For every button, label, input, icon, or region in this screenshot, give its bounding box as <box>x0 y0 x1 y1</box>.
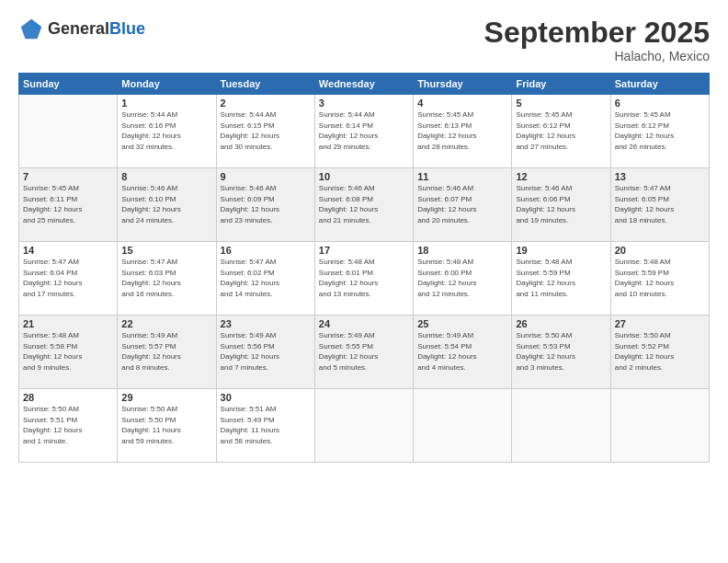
day-number: 10 <box>319 171 409 182</box>
day-cell: 10Sunrise: 5:46 AM Sunset: 6:08 PM Dayli… <box>314 168 413 242</box>
day-cell <box>19 95 118 168</box>
week-row-1: 1Sunrise: 5:44 AM Sunset: 6:16 PM Daylig… <box>19 95 710 168</box>
day-cell: 6Sunrise: 5:45 AM Sunset: 6:12 PM Daylig… <box>610 95 709 168</box>
week-row-3: 14Sunrise: 5:47 AM Sunset: 6:04 PM Dayli… <box>19 242 710 316</box>
header-cell-sunday: Sunday <box>19 74 118 95</box>
day-cell: 18Sunrise: 5:48 AM Sunset: 6:00 PM Dayli… <box>414 242 512 316</box>
day-number: 26 <box>516 318 606 329</box>
month-title: September 2025 <box>484 17 710 49</box>
title-block: September 2025 Halacho, Mexico <box>484 17 710 63</box>
day-info: Sunrise: 5:50 AM Sunset: 5:50 PM Dayligh… <box>121 404 211 446</box>
day-cell: 27Sunrise: 5:50 AM Sunset: 5:52 PM Dayli… <box>610 316 709 389</box>
week-row-4: 21Sunrise: 5:48 AM Sunset: 5:58 PM Dayli… <box>19 316 710 389</box>
day-number: 11 <box>417 171 507 182</box>
location: Halacho, Mexico <box>484 49 710 63</box>
header-row: SundayMondayTuesdayWednesdayThursdayFrid… <box>19 74 710 95</box>
day-cell: 29Sunrise: 5:50 AM Sunset: 5:50 PM Dayli… <box>118 389 216 463</box>
day-cell: 8Sunrise: 5:46 AM Sunset: 6:10 PM Daylig… <box>118 168 216 242</box>
week-row-5: 28Sunrise: 5:50 AM Sunset: 5:51 PM Dayli… <box>19 389 710 463</box>
day-cell: 12Sunrise: 5:46 AM Sunset: 6:06 PM Dayli… <box>512 168 610 242</box>
day-cell <box>414 389 512 463</box>
day-cell: 17Sunrise: 5:48 AM Sunset: 6:01 PM Dayli… <box>314 242 413 316</box>
day-cell: 4Sunrise: 5:45 AM Sunset: 6:13 PM Daylig… <box>414 95 512 168</box>
day-cell <box>512 389 610 463</box>
day-cell: 7Sunrise: 5:45 AM Sunset: 6:11 PM Daylig… <box>19 168 118 242</box>
day-cell: 1Sunrise: 5:44 AM Sunset: 6:16 PM Daylig… <box>118 95 216 168</box>
day-cell: 26Sunrise: 5:50 AM Sunset: 5:53 PM Dayli… <box>512 316 610 389</box>
day-number: 24 <box>319 318 409 329</box>
day-number: 29 <box>121 392 211 403</box>
day-cell: 2Sunrise: 5:44 AM Sunset: 6:15 PM Daylig… <box>216 95 314 168</box>
day-number: 12 <box>516 171 606 182</box>
day-number: 16 <box>221 245 311 256</box>
day-cell: 16Sunrise: 5:47 AM Sunset: 6:02 PM Dayli… <box>216 242 314 316</box>
day-number: 14 <box>23 245 113 256</box>
day-info: Sunrise: 5:46 AM Sunset: 6:06 PM Dayligh… <box>516 183 606 225</box>
header-cell-wednesday: Wednesday <box>314 74 413 95</box>
day-info: Sunrise: 5:47 AM Sunset: 6:03 PM Dayligh… <box>121 257 211 299</box>
day-info: Sunrise: 5:46 AM Sunset: 6:10 PM Dayligh… <box>121 183 211 225</box>
day-number: 15 <box>121 245 211 256</box>
day-number: 30 <box>221 392 311 403</box>
header-cell-monday: Monday <box>118 74 216 95</box>
day-cell: 14Sunrise: 5:47 AM Sunset: 6:04 PM Dayli… <box>19 242 118 316</box>
day-cell: 25Sunrise: 5:49 AM Sunset: 5:54 PM Dayli… <box>414 316 512 389</box>
day-info: Sunrise: 5:49 AM Sunset: 5:54 PM Dayligh… <box>417 330 507 373</box>
day-info: Sunrise: 5:44 AM Sunset: 6:15 PM Dayligh… <box>221 109 311 152</box>
day-info: Sunrise: 5:47 AM Sunset: 6:04 PM Dayligh… <box>23 257 113 299</box>
day-number: 7 <box>23 171 113 182</box>
day-number: 5 <box>516 98 606 109</box>
page-header: GeneralBlue September 2025 Halacho, Mexi… <box>18 17 710 63</box>
day-cell: 20Sunrise: 5:48 AM Sunset: 5:59 PM Dayli… <box>610 242 709 316</box>
day-number: 13 <box>615 171 705 182</box>
day-number: 22 <box>121 318 211 329</box>
header-cell-tuesday: Tuesday <box>216 74 314 95</box>
day-cell: 5Sunrise: 5:45 AM Sunset: 6:12 PM Daylig… <box>512 95 610 168</box>
day-info: Sunrise: 5:48 AM Sunset: 6:00 PM Dayligh… <box>417 257 507 299</box>
logo-icon <box>18 17 44 42</box>
day-info: Sunrise: 5:45 AM Sunset: 6:13 PM Dayligh… <box>417 109 507 152</box>
day-info: Sunrise: 5:46 AM Sunset: 6:09 PM Dayligh… <box>221 183 311 225</box>
header-cell-friday: Friday <box>512 74 610 95</box>
day-number: 18 <box>417 245 507 256</box>
week-row-2: 7Sunrise: 5:45 AM Sunset: 6:11 PM Daylig… <box>19 168 710 242</box>
header-cell-thursday: Thursday <box>414 74 512 95</box>
day-cell: 19Sunrise: 5:48 AM Sunset: 5:59 PM Dayli… <box>512 242 610 316</box>
day-number: 4 <box>417 98 507 109</box>
day-number: 25 <box>417 318 507 329</box>
day-info: Sunrise: 5:46 AM Sunset: 6:07 PM Dayligh… <box>417 183 507 225</box>
logo-general-text: General <box>48 20 109 39</box>
day-info: Sunrise: 5:50 AM Sunset: 5:51 PM Dayligh… <box>23 404 113 446</box>
day-cell <box>314 389 413 463</box>
day-cell: 13Sunrise: 5:47 AM Sunset: 6:05 PM Dayli… <box>610 168 709 242</box>
day-cell: 15Sunrise: 5:47 AM Sunset: 6:03 PM Dayli… <box>118 242 216 316</box>
day-number: 6 <box>615 98 705 109</box>
logo: GeneralBlue <box>18 17 145 42</box>
day-info: Sunrise: 5:44 AM Sunset: 6:16 PM Dayligh… <box>121 109 211 152</box>
day-info: Sunrise: 5:49 AM Sunset: 5:55 PM Dayligh… <box>319 330 409 373</box>
day-cell: 9Sunrise: 5:46 AM Sunset: 6:09 PM Daylig… <box>216 168 314 242</box>
day-number: 19 <box>516 245 606 256</box>
day-cell: 24Sunrise: 5:49 AM Sunset: 5:55 PM Dayli… <box>314 316 413 389</box>
day-cell: 22Sunrise: 5:49 AM Sunset: 5:57 PM Dayli… <box>118 316 216 389</box>
day-info: Sunrise: 5:50 AM Sunset: 5:53 PM Dayligh… <box>516 330 606 373</box>
day-number: 3 <box>319 98 409 109</box>
calendar-table: SundayMondayTuesdayWednesdayThursdayFrid… <box>18 73 710 463</box>
day-number: 17 <box>319 245 409 256</box>
day-cell <box>610 389 709 463</box>
day-info: Sunrise: 5:48 AM Sunset: 6:01 PM Dayligh… <box>319 257 409 299</box>
day-cell: 11Sunrise: 5:46 AM Sunset: 6:07 PM Dayli… <box>414 168 512 242</box>
day-info: Sunrise: 5:45 AM Sunset: 6:12 PM Dayligh… <box>615 109 705 152</box>
day-info: Sunrise: 5:50 AM Sunset: 5:52 PM Dayligh… <box>615 330 705 373</box>
day-cell: 3Sunrise: 5:44 AM Sunset: 6:14 PM Daylig… <box>314 95 413 168</box>
header-cell-saturday: Saturday <box>610 74 709 95</box>
day-cell: 30Sunrise: 5:51 AM Sunset: 5:49 PM Dayli… <box>216 389 314 463</box>
day-info: Sunrise: 5:48 AM Sunset: 5:59 PM Dayligh… <box>516 257 606 299</box>
day-info: Sunrise: 5:51 AM Sunset: 5:49 PM Dayligh… <box>221 404 311 446</box>
day-number: 8 <box>121 171 211 182</box>
day-info: Sunrise: 5:49 AM Sunset: 5:57 PM Dayligh… <box>121 330 211 373</box>
day-number: 23 <box>221 318 311 329</box>
day-number: 1 <box>121 98 211 109</box>
day-info: Sunrise: 5:44 AM Sunset: 6:14 PM Dayligh… <box>319 109 409 152</box>
logo-blue-text: Blue <box>109 20 145 39</box>
